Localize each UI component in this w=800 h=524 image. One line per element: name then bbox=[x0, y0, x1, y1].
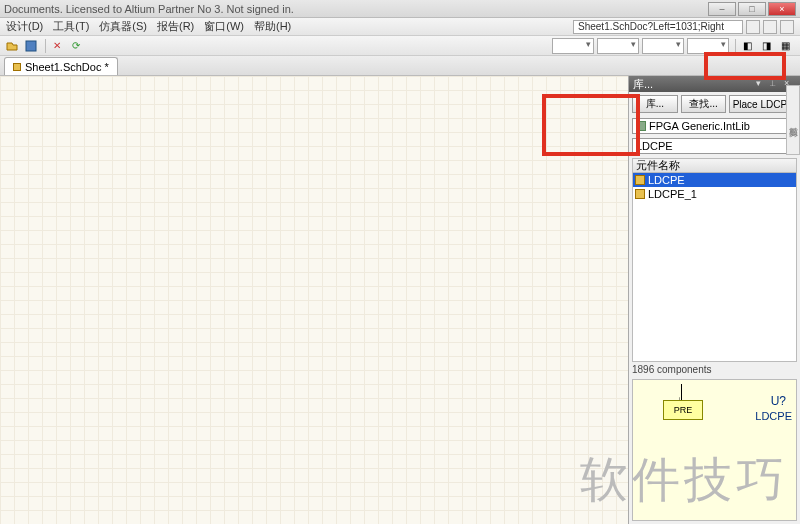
schematic-canvas[interactable] bbox=[0, 76, 628, 524]
search-button[interactable]: 查找... bbox=[681, 95, 727, 113]
toolbar-combo-2[interactable] bbox=[597, 38, 639, 54]
toolbar: ✕ ⟳ ◧ ◨ ▦ bbox=[0, 36, 800, 56]
context-field[interactable]: Sheet1.SchDoc?Left=1031;Right bbox=[573, 20, 743, 34]
libraries-panel-title: 库... bbox=[633, 77, 653, 92]
menu-simulator[interactable]: 仿真器(S) bbox=[99, 19, 147, 34]
preview-designator: U? bbox=[771, 394, 786, 408]
component-icon bbox=[635, 189, 645, 199]
component-icon bbox=[635, 175, 645, 185]
clipboard-side-tab[interactable]: 剪贴板 bbox=[786, 85, 800, 155]
list-item[interactable]: LDCPE bbox=[633, 173, 796, 187]
window-maximize-button[interactable]: □ bbox=[738, 2, 766, 16]
component-count-label: 1896 components bbox=[632, 364, 797, 375]
filter-dropdown[interactable]: LDCPE bbox=[632, 138, 797, 154]
preview-symbol: PRE bbox=[663, 400, 703, 420]
refresh-icon[interactable]: ⟳ bbox=[68, 38, 84, 54]
document-tab-bar: Sheet1.SchDoc * bbox=[0, 56, 800, 76]
sch-doc-icon bbox=[13, 63, 21, 71]
component-name: LDCPE_1 bbox=[648, 188, 697, 200]
panel-pin-icon[interactable]: ⟂ bbox=[770, 78, 782, 90]
libraries-panel: 库... ▾ ⟂ × 库... 查找... Place LDCPE FPGA G… bbox=[628, 76, 800, 524]
menu-tool[interactable]: 工具(T) bbox=[53, 19, 89, 34]
title-text: Documents. Licensed to Altium Partner No… bbox=[4, 3, 294, 15]
tool-icon-1[interactable]: ◧ bbox=[739, 38, 755, 54]
toolbar-combo-3[interactable] bbox=[642, 38, 684, 54]
component-list[interactable]: LDCPE LDCPE_1 bbox=[632, 172, 797, 362]
svg-rect-0 bbox=[26, 41, 36, 51]
component-name: LDCPE bbox=[648, 174, 685, 186]
list-item[interactable]: LDCPE_1 bbox=[633, 187, 796, 201]
libraries-panel-title-bar[interactable]: 库... ▾ ⟂ × bbox=[629, 76, 800, 92]
filter-value: LDCPE bbox=[636, 140, 673, 152]
document-tab[interactable]: Sheet1.SchDoc * bbox=[4, 57, 118, 75]
window-close-button[interactable]: × bbox=[768, 2, 796, 16]
component-preview: ↓ PRE U? LDCPE bbox=[632, 379, 797, 521]
canvas-grid bbox=[0, 76, 628, 524]
menu-report[interactable]: 报告(R) bbox=[157, 19, 194, 34]
libraries-button[interactable]: 库... bbox=[632, 95, 678, 113]
save-icon[interactable] bbox=[23, 38, 39, 54]
library-dropdown[interactable]: FPGA Generic.IntLib bbox=[632, 118, 797, 134]
work-area: 库... ▾ ⟂ × 库... 查找... Place LDCPE FPGA G… bbox=[0, 76, 800, 524]
intlib-icon bbox=[636, 121, 646, 131]
nav-fwd-icon[interactable] bbox=[763, 20, 777, 34]
menu-bar: 设计(D) 工具(T) 仿真器(S) 报告(R) 窗口(W) 帮助(H) She… bbox=[0, 18, 800, 36]
open-icon[interactable] bbox=[4, 38, 20, 54]
toolbar-combo-1[interactable] bbox=[552, 38, 594, 54]
tool-icon-2[interactable]: ◨ bbox=[758, 38, 774, 54]
title-bar: Documents. Licensed to Altium Partner No… bbox=[0, 0, 800, 18]
tool-icon-3[interactable]: ▦ bbox=[777, 38, 793, 54]
document-tab-label: Sheet1.SchDoc * bbox=[25, 61, 109, 73]
preview-component-name: LDCPE bbox=[755, 410, 792, 422]
column-name-label: 元件名称 bbox=[636, 158, 680, 173]
menu-design[interactable]: 设计(D) bbox=[6, 19, 43, 34]
component-list-header[interactable]: 元件名称 bbox=[632, 158, 797, 172]
menu-help[interactable]: 帮助(H) bbox=[254, 19, 291, 34]
home-icon[interactable] bbox=[780, 20, 794, 34]
panel-dropdown-icon[interactable]: ▾ bbox=[756, 78, 768, 90]
cut-icon[interactable]: ✕ bbox=[49, 38, 65, 54]
library-dropdown-value: FPGA Generic.IntLib bbox=[649, 120, 750, 132]
toolbar-combo-4[interactable] bbox=[687, 38, 729, 54]
menu-window[interactable]: 窗口(W) bbox=[204, 19, 244, 34]
nav-back-icon[interactable] bbox=[746, 20, 760, 34]
window-minimize-button[interactable]: – bbox=[708, 2, 736, 16]
preview-box-label: PRE bbox=[663, 400, 703, 420]
